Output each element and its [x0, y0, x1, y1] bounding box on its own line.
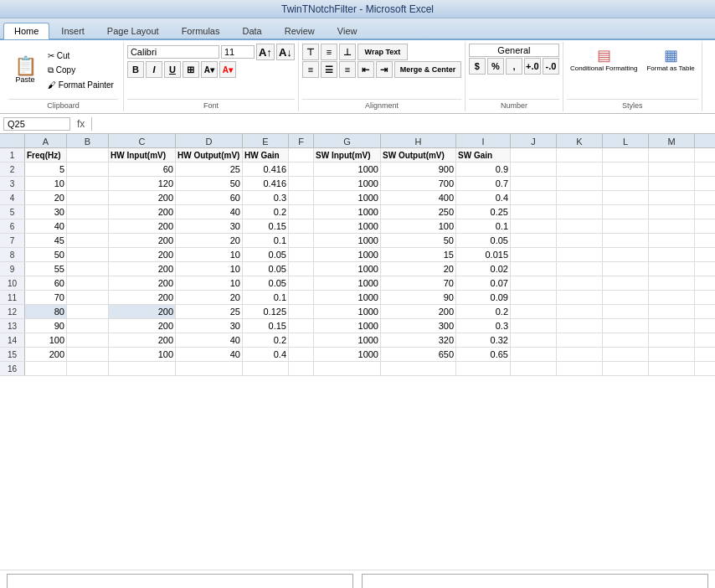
cell-1d[interactable]: HW Output(mV): [176, 148, 243, 162]
align-center-btn[interactable]: ☰: [321, 61, 337, 78]
cell-3d[interactable]: 50: [176, 177, 243, 190]
dec-inc-btn[interactable]: +.0: [524, 58, 541, 75]
shrink-font-btn[interactable]: A↓: [276, 44, 295, 60]
cell-7i[interactable]: 0.05: [456, 234, 511, 247]
cell-1j[interactable]: [511, 148, 557, 162]
conditional-formatting-btn[interactable]: ▤ Conditional Formatting: [567, 44, 640, 75]
grow-font-btn[interactable]: A↑: [256, 44, 275, 60]
cell-2i[interactable]: 0.9: [456, 162, 511, 176]
cell-1b[interactable]: [67, 148, 109, 162]
cell-16a[interactable]: [25, 362, 67, 375]
cell-8g[interactable]: 1000: [314, 248, 381, 261]
cell-14k[interactable]: [557, 333, 603, 347]
cell-7a[interactable]: 45: [25, 234, 67, 247]
cell-4k[interactable]: [557, 191, 603, 204]
cell-7b[interactable]: [67, 234, 109, 247]
col-header-b[interactable]: B: [67, 134, 109, 147]
cell-16b[interactable]: [67, 362, 109, 375]
cell-15m[interactable]: [649, 348, 695, 361]
paste-button[interactable]: 📋 Paste: [8, 54, 42, 86]
cell-10h[interactable]: 70: [381, 276, 456, 290]
col-header-l[interactable]: L: [603, 134, 649, 147]
cell-14m[interactable]: [649, 333, 695, 347]
cell-11a[interactable]: 70: [25, 291, 67, 304]
cell-8h[interactable]: 15: [381, 248, 456, 261]
cell-16j[interactable]: [511, 362, 557, 375]
cell-8k[interactable]: [557, 248, 603, 261]
fill-color-btn[interactable]: A▾: [201, 61, 218, 78]
cell-8l[interactable]: [603, 248, 649, 261]
cell-6g[interactable]: 1000: [314, 219, 381, 233]
cell-2h[interactable]: 900: [381, 162, 456, 176]
cell-7f[interactable]: [289, 234, 314, 247]
cell-9c[interactable]: 200: [109, 262, 176, 276]
cell-10b[interactable]: [67, 276, 109, 290]
cell-7d[interactable]: 20: [176, 234, 243, 247]
cell-11c[interactable]: 200: [109, 291, 176, 304]
cell-11m[interactable]: [649, 291, 695, 304]
cell-16h[interactable]: [381, 362, 456, 375]
cell-11j[interactable]: [511, 291, 557, 304]
font-name-input[interactable]: [127, 45, 219, 59]
col-header-j[interactable]: J: [511, 134, 557, 147]
cell-16d[interactable]: [176, 362, 243, 375]
cell-15f[interactable]: [289, 348, 314, 361]
cell-2m[interactable]: [649, 162, 695, 176]
cell-8e[interactable]: 0.05: [243, 248, 289, 261]
cell-3e[interactable]: 0.416: [243, 177, 289, 190]
cell-5e[interactable]: 0.2: [243, 205, 289, 219]
cell-1c[interactable]: HW Input(mV): [109, 148, 176, 162]
cell-6j[interactable]: [511, 219, 557, 233]
cell-2j[interactable]: [511, 162, 557, 176]
cell-9l[interactable]: [603, 262, 649, 276]
cell-1m[interactable]: [649, 148, 695, 162]
align-middle-btn[interactable]: ≡: [321, 44, 337, 60]
cell-4l[interactable]: [603, 191, 649, 204]
cell-12g[interactable]: 1000: [314, 305, 381, 318]
cell-15h[interactable]: 650: [381, 348, 456, 361]
cell-10m[interactable]: [649, 276, 695, 290]
tab-view[interactable]: View: [327, 23, 368, 39]
cell-13f[interactable]: [289, 319, 314, 333]
cell-5g[interactable]: 1000: [314, 205, 381, 219]
cell-12c[interactable]: 200: [109, 305, 176, 318]
cut-button[interactable]: ✂ Cut: [44, 49, 118, 62]
cell-14i[interactable]: 0.32: [456, 333, 511, 347]
tab-page-layout[interactable]: Page Layout: [96, 23, 170, 39]
cell-6d[interactable]: 30: [176, 219, 243, 233]
cell-7g[interactable]: 1000: [314, 234, 381, 247]
cell-16l[interactable]: [603, 362, 649, 375]
cell-4b[interactable]: [67, 191, 109, 204]
cell-13g[interactable]: 1000: [314, 319, 381, 333]
cell-6h[interactable]: 100: [381, 219, 456, 233]
cell-8b[interactable]: [67, 248, 109, 261]
cell-3b[interactable]: [67, 177, 109, 190]
cell-10g[interactable]: 1000: [314, 276, 381, 290]
cell-7l[interactable]: [603, 234, 649, 247]
tab-review[interactable]: Review: [274, 23, 326, 39]
cell-5j[interactable]: [511, 205, 557, 219]
tab-data[interactable]: Data: [231, 23, 272, 39]
name-box[interactable]: [3, 117, 70, 131]
copy-button[interactable]: ⧉ Copy: [44, 64, 118, 77]
cell-15k[interactable]: [557, 348, 603, 361]
cell-14l[interactable]: [603, 333, 649, 347]
font-size-input[interactable]: [221, 45, 255, 59]
format-as-table-btn[interactable]: ▦ Format as Table: [643, 44, 697, 75]
number-format-dropdown[interactable]: General: [469, 44, 559, 57]
accounting-btn[interactable]: $: [469, 58, 486, 75]
cell-6l[interactable]: [603, 219, 649, 233]
cell-12b[interactable]: [67, 305, 109, 318]
align-right-btn[interactable]: ≡: [339, 61, 356, 78]
tab-insert[interactable]: Insert: [50, 23, 95, 39]
cell-3f[interactable]: [289, 177, 314, 190]
col-header-g[interactable]: G: [314, 134, 381, 147]
col-header-h[interactable]: H: [381, 134, 456, 147]
cell-14c[interactable]: 200: [109, 333, 176, 347]
cell-3a[interactable]: 10: [25, 177, 67, 190]
cell-12d[interactable]: 25: [176, 305, 243, 318]
align-left-btn[interactable]: ≡: [302, 61, 319, 78]
cell-3k[interactable]: [557, 177, 603, 190]
cell-1i[interactable]: SW Gain: [456, 148, 511, 162]
cell-10i[interactable]: 0.07: [456, 276, 511, 290]
